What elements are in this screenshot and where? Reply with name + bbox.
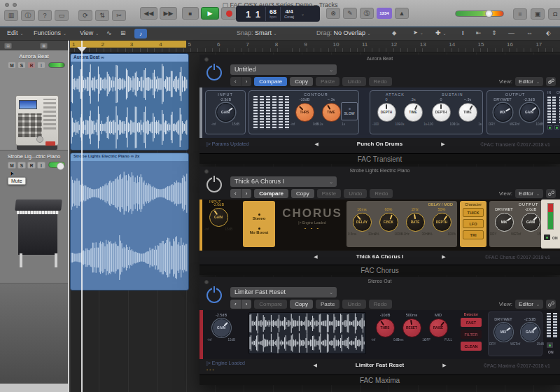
functions-menu[interactable]: Functions⌄ <box>34 29 66 36</box>
plugin-window-fac-maxima[interactable]: Stereo Out Limiter Fast Reset⌄ ‹ › Compa… <box>200 277 560 385</box>
ibeam-icon[interactable]: Ι <box>462 29 464 36</box>
bar-ruler[interactable]: 1234567891011121314151617 <box>68 41 560 52</box>
inspector-info-icon[interactable]: ⓘ <box>21 10 35 21</box>
mute-button[interactable]: M <box>8 62 16 69</box>
input-monitor-button[interactable]: I <box>37 162 46 169</box>
preset-dropdown[interactable]: Thick 6A Chorus I⌄ <box>230 176 337 187</box>
raise-knob[interactable]: MIDRAISEOFFFULL <box>425 313 451 342</box>
toolbar-icon[interactable]: ▭ <box>55 10 69 21</box>
zoom-slider-icon[interactable]: — <box>508 29 514 36</box>
paste-button[interactable]: Paste <box>316 77 340 86</box>
depth-knob[interactable]: 50%DEPTH0%100% <box>428 207 455 236</box>
track-zoom-icon[interactable]: ▦ <box>40 43 48 49</box>
marquee-icon[interactable]: ⊞ <box>120 29 126 36</box>
tuner-icon[interactable]: ⊗ <box>326 8 340 19</box>
undo-button[interactable]: Undo <box>342 77 365 86</box>
current-preset-name[interactable]: Punch On Drums <box>357 141 402 147</box>
thrs-knob[interactable]: -10dBTHRS-inf0dB <box>372 313 398 342</box>
link-icon[interactable] <box>546 300 556 309</box>
reset-knob[interactable]: 500msRESET0ms1s <box>398 313 425 342</box>
depth-knob[interactable]: 0DEPTH-100100 <box>373 97 400 126</box>
thick-button[interactable]: THICK <box>463 208 484 217</box>
time-knob[interactable]: .3sTIME~0s1s <box>400 97 426 126</box>
library-icon[interactable]: ▥ <box>4 10 18 21</box>
prev-preset-button[interactable]: ‹ <box>230 300 241 309</box>
redo-button[interactable]: Redo <box>369 300 392 309</box>
region-header[interactable]: Aurora Beat ∞ <box>71 54 188 62</box>
master-volume-slider[interactable] <box>455 10 504 17</box>
solo-button[interactable]: S <box>18 62 26 69</box>
playhead-marker[interactable] <box>77 47 87 52</box>
view-selector[interactable]: Editor⌄ <box>515 189 543 198</box>
region-header[interactable]: Strobe Lights Electric Piano ∞ 2x <box>71 153 188 161</box>
record-enable-button[interactable]: R <box>27 162 36 169</box>
view-menu[interactable]: View⌄ <box>80 29 99 36</box>
count-in-badge[interactable]: 1234 <box>377 8 392 19</box>
lcd-key-signature[interactable]: 4/4 Cmaj <box>281 9 298 19</box>
rate-knob[interactable]: 2HzRATE0.1Hz30Hz <box>402 207 428 236</box>
compare-button[interactable]: Compare <box>254 189 288 198</box>
media-browser-icon[interactable]: Ω <box>548 8 560 20</box>
track-header-aurora-beat[interactable]: Aurora Beat M S R I <box>0 50 68 150</box>
forward-button[interactable]: ▶▶ <box>160 7 177 20</box>
gain-knob[interactable]: -2.5dBGAIN-inf15dB <box>517 317 543 346</box>
metronome-icon[interactable]: ▲ <box>395 8 409 19</box>
compare-button[interactable]: Compare <box>254 300 287 309</box>
gain-knob[interactable]: -2.3dBGAIN-inf15dB <box>212 97 239 126</box>
lfo-button[interactable]: LFO <box>463 219 484 228</box>
list-editors-icon[interactable]: ≡ <box>513 8 527 20</box>
prev-preset-arrow[interactable]: ◀ <box>314 254 317 260</box>
paste-button[interactable]: Paste <box>317 189 341 198</box>
thrs-knob[interactable]: -10dBTHRS-inf0dB <box>291 97 318 126</box>
record-button[interactable] <box>221 7 237 20</box>
slow-button[interactable]: SLOW <box>341 102 358 120</box>
rewind-button[interactable]: ◀◀ <box>140 7 158 20</box>
input-monitor-button[interactable]: I <box>37 62 46 69</box>
prev-preset-arrow[interactable]: ◀ <box>313 363 316 368</box>
editors-scissors-icon[interactable]: ✂ <box>112 10 126 21</box>
on-toggle[interactable] <box>547 342 553 348</box>
record-enable-button[interactable]: R <box>27 62 36 69</box>
cycle-region[interactable] <box>70 41 186 48</box>
flex-icon[interactable]: ♪ <box>134 29 147 38</box>
view-selector[interactable]: Editor⌄ <box>515 77 543 86</box>
sidebar-divider[interactable] <box>68 41 69 392</box>
delay-knob[interactable]: 10msDELAY0.5ms30ms <box>349 207 375 236</box>
depth-knob[interactable]: 0DEPTH-100100 <box>428 97 454 126</box>
solo-mode-icon[interactable]: Ⓢ <box>360 8 374 19</box>
notes-icon[interactable]: ▣ <box>531 8 545 20</box>
drag-menu[interactable]: Drag: No Overlap ⌄ <box>316 29 371 36</box>
gain-knob[interactable]: -2.5dBGAIN-inf15dB <box>208 313 234 342</box>
gain-knob[interactable]: -2.0dBGAIN-inf15dB <box>205 202 232 231</box>
next-preset-arrow[interactable]: ▶ <box>442 363 446 368</box>
plugin-window-fac-chorus[interactable]: Strobe Lights Electric Piano Thick 6A Ch… <box>200 167 560 275</box>
link-icon[interactable] <box>546 189 556 198</box>
new-track-icon[interactable]: ▤ <box>4 43 12 49</box>
lcd-tempo[interactable]: 68 bpm <box>266 9 280 19</box>
automation-icon[interactable]: ∿ <box>106 29 112 36</box>
redo-button[interactable]: Redo <box>370 189 393 198</box>
plugin-titlebar[interactable]: Strobe Lights Electric Piano <box>200 167 560 175</box>
time-knob[interactable]: ~.3sTIME0.1s1s <box>454 97 481 126</box>
plugin-name-bar[interactable]: FAC Transient <box>200 153 560 164</box>
stereo-button[interactable]: Stereo <box>247 213 271 221</box>
plugin-window-fac-transient[interactable]: Aurora Beat Untitled⌄ ‹ › Compare Copy P… <box>200 55 560 164</box>
prev-preset-button[interactable]: ‹ <box>230 189 241 198</box>
redo-button[interactable]: Redo <box>369 77 392 86</box>
plugin-name-bar[interactable]: FAC Chorus <box>200 265 560 275</box>
power-icon[interactable] <box>206 65 222 80</box>
fast-button[interactable]: FAST <box>461 318 482 327</box>
pointer-tool-menu[interactable]: ➤⌄ <box>413 29 424 36</box>
track-header-strobe-piano[interactable]: Strobe Lig...ctric Piano M S R I ➤ Mute <box>0 150 68 284</box>
undo-button[interactable]: Undo <box>344 189 367 198</box>
next-preset-arrow[interactable]: ▶ <box>442 254 445 260</box>
next-preset-button[interactable]: › <box>241 189 252 198</box>
mix-knob[interactable]: DRY/WETMIXDRYWET <box>490 317 517 346</box>
copy-button[interactable]: Copy <box>291 189 314 198</box>
copy-button[interactable]: Copy <box>290 77 313 86</box>
clean-button[interactable]: CLEAN <box>461 342 482 351</box>
f-bck-knob[interactable]: 60%F.BCK0%100% <box>375 207 402 236</box>
zoom-vertical-icon[interactable]: ⇕ <box>491 29 497 36</box>
marker-icon[interactable]: ⇤ <box>476 29 482 36</box>
edit-menu[interactable]: Edit⌄ <box>7 29 24 36</box>
